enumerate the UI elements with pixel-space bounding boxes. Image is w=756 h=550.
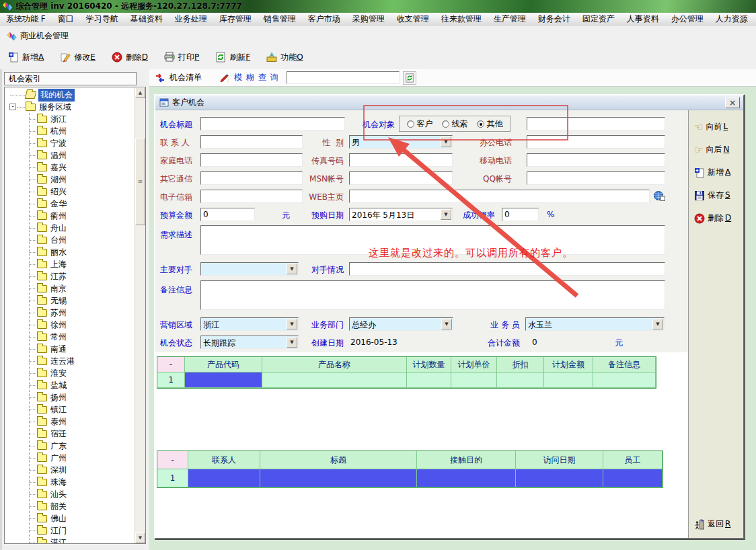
menu-item[interactable]: 基础资料 — [124, 13, 169, 25]
scroll-thumb[interactable]: ≡ — [135, 138, 145, 225]
tree-item-city[interactable]: 杭州 — [5, 125, 135, 137]
tree-item-city[interactable]: 宁波 — [5, 137, 135, 149]
new-button[interactable]: 新增A — [8, 52, 44, 63]
chevron-down-icon[interactable]: ▼ — [287, 319, 297, 329]
opportunity-object-input[interactable] — [527, 117, 665, 130]
tree-item-city[interactable]: 珠海 — [5, 476, 135, 488]
menu-item[interactable]: 人事资料 — [621, 13, 665, 25]
add-button[interactable]: 新增A — [694, 167, 730, 178]
chevron-down-icon[interactable]: ▼ — [287, 264, 297, 274]
next-button[interactable]: ☞ 向后N — [694, 144, 729, 155]
column-header[interactable]: 员工 — [603, 451, 663, 469]
chevron-down-icon[interactable]: ▼ — [652, 319, 663, 329]
opportunity-list-button[interactable]: 机会清单 — [169, 72, 202, 83]
tree-item-city[interactable]: 江苏 — [5, 270, 135, 282]
menu-item[interactable]: 销售管理 — [258, 13, 302, 25]
function-button[interactable]: 功能O — [266, 52, 303, 63]
column-header[interactable]: 计划单价 — [451, 357, 497, 372]
tree-item-city[interactable]: 广东 — [5, 440, 135, 452]
column-header[interactable]: 标题 — [260, 451, 417, 469]
tree-item-city[interactable]: 佛山 — [5, 512, 135, 524]
row-number[interactable]: 1 — [157, 469, 188, 487]
msn-input[interactable] — [349, 171, 453, 185]
tree-item-city[interactable]: 上海 — [5, 258, 135, 270]
fax-input[interactable] — [349, 153, 453, 167]
web-input[interactable] — [349, 190, 650, 203]
radio-customer[interactable]: 客户 — [407, 118, 433, 130]
tree-item-city[interactable]: 扬州 — [5, 391, 135, 403]
tree-item-city[interactable]: 绍兴 — [5, 186, 135, 198]
column-header[interactable]: 计划金额 — [544, 357, 593, 372]
menu-item[interactable]: 业务处理 — [169, 13, 213, 25]
tree-item-city[interactable]: 镇江 — [5, 403, 135, 416]
mobile-input[interactable] — [527, 153, 665, 167]
gender-select[interactable]: 男 ▼ — [349, 135, 453, 149]
tree-item-city[interactable]: 汕头 — [5, 488, 135, 500]
menu-item[interactable]: 库存管理 — [213, 13, 258, 25]
tree-item-city[interactable]: 舟山 — [5, 222, 135, 234]
grid-corner[interactable]: - — [157, 357, 185, 372]
column-header[interactable]: 接触目的 — [417, 451, 516, 469]
collapse-expander-icon[interactable]: - — [9, 104, 16, 110]
scroll-up-button[interactable]: ▲ — [135, 87, 145, 98]
previous-button[interactable]: ☜ 向前L — [694, 121, 728, 132]
grid-cell[interactable] — [451, 372, 497, 388]
globe-icon[interactable] — [653, 190, 665, 201]
tree-item-city[interactable]: 泰州 — [5, 416, 135, 428]
print-button[interactable]: 打印P — [164, 52, 199, 63]
qq-input[interactable] — [527, 171, 665, 185]
predate-select[interactable]: 2016年 5月13日 ▼ — [349, 208, 453, 221]
grid-corner[interactable]: - — [157, 451, 188, 469]
grid-cell[interactable] — [593, 372, 656, 388]
probability-input[interactable] — [502, 208, 539, 221]
close-icon[interactable]: × — [725, 97, 740, 108]
chevron-down-icon[interactable]: ▼ — [441, 136, 451, 147]
tree-item-city[interactable]: 徐州 — [5, 319, 135, 331]
menu-item[interactable]: 往来款管理 — [435, 13, 488, 25]
edit-button[interactable]: 修改E — [60, 52, 96, 63]
chevron-down-icon[interactable]: ▼ — [441, 319, 452, 329]
menu-item[interactable]: 生产管理 — [488, 13, 532, 25]
back-button[interactable]: 返回R — [694, 518, 730, 530]
column-header[interactable]: 产品名称 — [262, 357, 407, 372]
grid-cell-selected[interactable] — [417, 469, 516, 487]
tree-item-city[interactable]: 湛江 — [5, 537, 135, 543]
menu-item[interactable]: 人力资源 — [710, 13, 754, 25]
menu-item[interactable]: 收支管理 — [391, 13, 435, 25]
grid-cell[interactable] — [262, 372, 407, 388]
delete-record-button[interactable]: 删除D — [694, 212, 731, 224]
menu-item[interactable]: 客户市场 — [302, 13, 346, 25]
tree-item-city[interactable]: 苏州 — [5, 307, 135, 319]
column-header[interactable]: 产品代码 — [185, 357, 262, 372]
tree-item-city[interactable]: 浙江 — [5, 113, 135, 125]
tree-item-city[interactable]: 丽水 — [5, 246, 135, 258]
row-number[interactable]: 1 — [157, 372, 185, 388]
home-phone-input[interactable] — [200, 153, 303, 167]
column-header[interactable]: 备注信息 — [593, 357, 656, 372]
tree-item-city[interactable]: 南通 — [5, 343, 135, 355]
tree-item-city[interactable]: 韶关 — [5, 500, 135, 512]
rival-select[interactable]: ▼ — [200, 262, 299, 276]
menu-item[interactable]: 财务会计 — [532, 13, 576, 25]
column-header[interactable]: 折扣 — [497, 357, 544, 372]
salesman-select[interactable]: 水玉兰 ▼ — [525, 317, 665, 331]
tree-item-city[interactable]: 深圳 — [5, 464, 135, 476]
tree-item-city[interactable]: 温州 — [5, 149, 135, 161]
tree-item-city[interactable]: 盐城 — [5, 379, 135, 391]
menu-item[interactable]: 学习导航 — [80, 13, 124, 25]
tree-item-service-region[interactable]: - 服务区域 — [5, 101, 135, 113]
tree-item-my-opportunities[interactable]: 我的机会 — [5, 89, 135, 101]
tree-item-city[interactable]: 淮安 — [5, 367, 135, 379]
refresh-button[interactable]: 刷新F — [215, 52, 250, 63]
dept-select[interactable]: 总经办 ▼ — [349, 317, 453, 331]
chevron-down-icon[interactable]: ▼ — [441, 209, 451, 220]
delete-button[interactable]: 删除D — [112, 52, 148, 63]
grid-cell[interactable] — [544, 372, 593, 388]
tree-item-city[interactable]: 嘉兴 — [5, 161, 135, 173]
email-input[interactable] — [200, 190, 303, 203]
menu-item[interactable]: 办公管理 — [665, 13, 710, 25]
grid-cell-selected[interactable] — [188, 469, 260, 487]
other-comm-input[interactable] — [200, 171, 303, 185]
menu-item[interactable]: 系统功能 F — [0, 13, 52, 25]
tree-item-city[interactable]: 江门 — [5, 524, 135, 537]
